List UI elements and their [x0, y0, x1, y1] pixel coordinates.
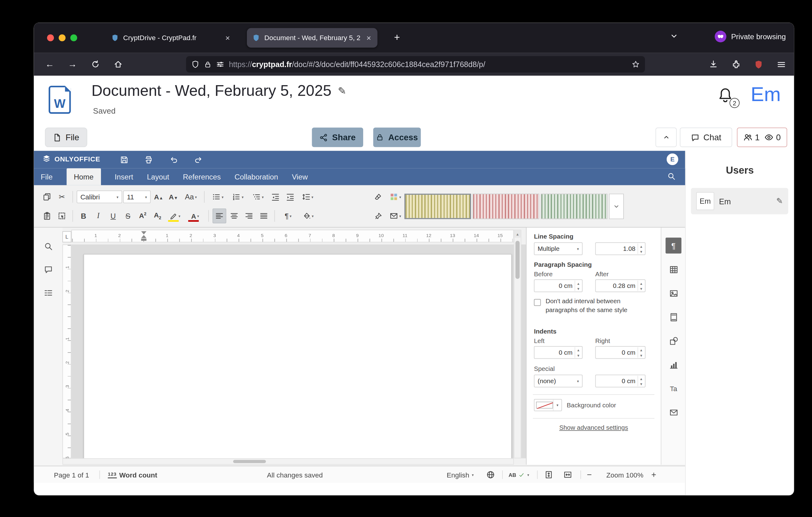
image-settings-tab[interactable] [665, 285, 682, 301]
reload-icon[interactable] [86, 56, 104, 73]
tab-stop-selector[interactable]: L [62, 231, 71, 242]
line-spacing-value-spinner[interactable]: 1.08▲▼ [596, 242, 645, 255]
indent-right-spinner[interactable]: 0 cm▲▼ [596, 346, 645, 359]
spacing-after-spinner[interactable]: 0.28 cm▲▼ [596, 279, 645, 292]
document-canvas[interactable] [71, 244, 526, 458]
share-button[interactable]: Share [312, 128, 363, 147]
comments-icon[interactable] [41, 262, 55, 277]
shape-settings-tab[interactable] [665, 333, 682, 349]
editor-user-badge[interactable]: E [667, 154, 678, 165]
strikethrough-button[interactable]: S [121, 209, 135, 223]
cut-button[interactable]: ✂ [55, 190, 69, 204]
paste-button[interactable] [40, 209, 54, 223]
underline-button[interactable]: U [106, 209, 120, 223]
nonprinting-characters-button[interactable]: ¶▾ [279, 209, 298, 223]
menu-hamburger-icon[interactable] [772, 56, 790, 73]
left-indent-marker[interactable] [141, 235, 146, 238]
spell-check-button[interactable]: AB ▾ [509, 466, 529, 483]
bookmark-star-icon[interactable] [632, 60, 640, 68]
fit-width-button[interactable] [563, 466, 572, 483]
language-select[interactable]: English▾ [447, 466, 474, 483]
collapse-toolbar-button[interactable] [656, 128, 677, 147]
userlist-button[interactable]: 1 0 [737, 128, 787, 147]
zoom-in-button[interactable]: + [651, 466, 656, 483]
find-search-icon[interactable] [41, 239, 55, 253]
url-bar[interactable]: https://cryptpad.fr/doc/#/3/doc/edit/ff0… [186, 56, 645, 73]
document-title[interactable]: Document - Wed, February 5, 2025 ✎ [91, 82, 346, 100]
new-tab-button[interactable]: + [389, 30, 405, 46]
navigation-headings-icon[interactable] [41, 285, 55, 300]
spacing-before-spinner[interactable]: 0 cm▲▼ [534, 279, 583, 292]
menu-tab-view[interactable]: View [292, 168, 308, 185]
downloads-icon[interactable] [704, 56, 722, 73]
edit-user-pencil-icon[interactable]: ✎ [776, 196, 783, 206]
line-spacing-button[interactable]: ▾ [298, 190, 317, 204]
background-color-picker[interactable]: ▾ [534, 399, 562, 411]
color-scheme-button[interactable]: ▾ [386, 190, 405, 204]
decrease-font-button[interactable]: A▼ [167, 190, 180, 204]
undo-icon[interactable] [167, 154, 181, 166]
horizontal-scroll-thumb[interactable] [233, 460, 266, 463]
bold-button[interactable]: B [77, 209, 91, 223]
line-spacing-select[interactable]: Multiple▾ [534, 242, 583, 255]
decrease-indent-button[interactable] [269, 190, 282, 204]
font-name-select[interactable]: Calibri▾ [77, 191, 122, 203]
numbered-list-button[interactable]: ▾ [228, 190, 247, 204]
menu-tab-insert[interactable]: Insert [115, 168, 134, 185]
home-icon[interactable] [109, 56, 127, 73]
ublock-icon[interactable] [750, 56, 767, 73]
style-preview-3[interactable] [541, 194, 608, 219]
close-window-button[interactable] [47, 34, 54, 41]
zoom-out-button[interactable]: − [587, 466, 592, 483]
style-preview-2[interactable] [473, 194, 540, 219]
style-gallery-expand-button[interactable] [609, 194, 624, 219]
browser-tab-cryptdrive[interactable]: CryptDrive - CryptPad.fr × [106, 28, 236, 48]
menu-tab-file[interactable]: File [41, 168, 53, 185]
no-interval-checkbox[interactable] [534, 299, 541, 306]
minimize-window-button[interactable] [59, 34, 65, 41]
first-line-indent-marker[interactable] [141, 231, 146, 234]
font-size-select[interactable]: 11▾ [123, 191, 151, 203]
notifications-bell-icon[interactable]: 2 [717, 87, 736, 106]
tab-close-icon[interactable]: × [224, 33, 231, 42]
multilevel-list-button[interactable]: ▾ [249, 190, 267, 204]
user-list-item[interactable]: Em Em ✎ [691, 188, 788, 214]
forward-icon[interactable]: → [63, 56, 81, 73]
list-all-tabs-icon[interactable] [669, 31, 678, 41]
shading-button[interactable]: ▾ [299, 209, 318, 223]
superscript-button[interactable]: A2 [136, 209, 150, 223]
mail-merge-button[interactable]: ▾ [386, 209, 405, 223]
maximize-window-button[interactable] [70, 34, 77, 41]
align-justify-button[interactable] [257, 209, 271, 223]
browser-tab-document[interactable]: Document - Wed, February 5, 2 × [247, 28, 378, 48]
table-settings-tab[interactable] [665, 262, 682, 277]
font-color-button[interactable]: A▾ [185, 209, 204, 223]
change-case-button[interactable]: Aa▾ [181, 190, 200, 204]
vertical-scroll-thumb[interactable] [516, 241, 520, 279]
edit-title-pencil-icon[interactable]: ✎ [338, 84, 346, 97]
fit-page-button[interactable] [545, 466, 553, 483]
quick-save-icon[interactable] [117, 154, 131, 166]
access-button[interactable]: Access [373, 128, 421, 147]
vertical-scrollbar[interactable]: ▲ [514, 230, 521, 458]
chat-button[interactable]: Chat [680, 128, 732, 147]
header-footer-settings-tab[interactable] [665, 309, 682, 325]
align-right-button[interactable] [242, 209, 256, 223]
menu-tab-collaboration[interactable]: Collaboration [234, 168, 278, 185]
page-indicator[interactable]: Page 1 of 1 [54, 466, 89, 483]
print-icon[interactable] [142, 154, 155, 166]
menu-tab-layout[interactable]: Layout [147, 168, 169, 185]
menu-tab-references[interactable]: References [183, 168, 221, 185]
bullet-list-button[interactable]: ▾ [208, 190, 227, 204]
account-button[interactable]: Em [751, 83, 781, 106]
word-count-button[interactable]: 123 Word count [108, 466, 157, 483]
horizontal-scrollbar[interactable] [62, 458, 514, 465]
indent-left-spinner[interactable]: 0 cm▲▼ [534, 346, 583, 359]
style-preview-1[interactable] [404, 194, 471, 219]
extensions-icon[interactable] [727, 56, 745, 73]
set-language-globe-icon[interactable] [487, 466, 495, 483]
connection-lock-icon[interactable] [204, 61, 211, 68]
clear-style-button[interactable] [371, 190, 385, 204]
copy-style-button[interactable] [371, 209, 385, 223]
textart-settings-tab[interactable]: Ta [665, 380, 682, 396]
